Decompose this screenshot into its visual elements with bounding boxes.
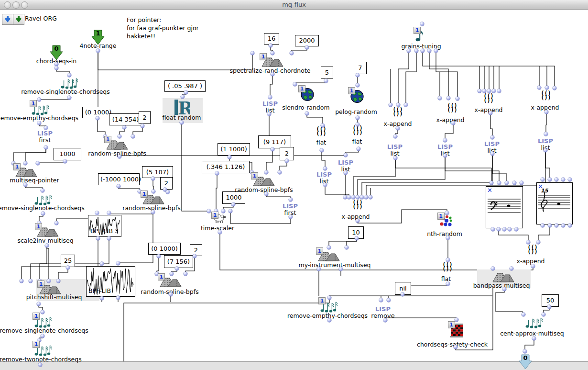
port[interactable] <box>446 258 450 262</box>
bpf-lib-box-bpf-lib[interactable]: BPF-LIB <box>86 266 135 297</box>
notes-icon[interactable] <box>61 76 78 91</box>
value-box-val-0-1000-b[interactable]: (0 1000) <box>148 243 181 255</box>
port[interactable] <box>443 154 447 157</box>
port[interactable] <box>396 126 400 130</box>
port[interactable] <box>497 89 501 93</box>
value-box-val-5[interactable]: 5 <box>321 67 333 79</box>
port[interactable] <box>490 135 494 139</box>
port[interactable] <box>544 110 548 114</box>
port[interactable] <box>327 296 331 300</box>
port[interactable] <box>455 318 458 322</box>
port[interactable] <box>421 49 425 53</box>
port[interactable] <box>289 198 293 202</box>
port[interactable] <box>231 202 235 206</box>
value-box-val-1-1000[interactable]: (1 1000) <box>218 143 250 156</box>
port[interactable] <box>289 215 293 219</box>
port[interactable] <box>345 246 348 249</box>
port[interactable] <box>351 195 355 199</box>
port[interactable] <box>122 125 126 129</box>
port[interactable] <box>347 195 351 199</box>
port[interactable] <box>264 170 268 174</box>
port[interactable] <box>38 363 42 367</box>
port[interactable] <box>542 313 545 316</box>
port[interactable] <box>324 79 328 83</box>
port[interactable] <box>107 236 111 240</box>
port[interactable] <box>151 177 155 180</box>
port[interactable] <box>23 183 27 187</box>
port[interactable] <box>520 181 523 185</box>
eval-badge[interactable]: 1 <box>448 321 455 328</box>
port[interactable] <box>37 302 41 306</box>
eval-badge[interactable]: 1 <box>37 280 44 288</box>
port[interactable] <box>323 183 327 187</box>
port[interactable] <box>490 152 494 156</box>
port[interactable] <box>221 209 225 213</box>
port[interactable] <box>141 124 144 128</box>
port[interactable] <box>537 86 541 90</box>
port[interactable] <box>393 156 397 160</box>
port[interactable] <box>184 90 188 94</box>
value-box-val-5-107[interactable]: (5 107) <box>142 166 173 178</box>
port[interactable] <box>169 292 173 296</box>
port[interactable] <box>250 51 254 55</box>
port[interactable] <box>63 159 67 163</box>
port[interactable] <box>96 116 99 120</box>
node-in-chord-seqs-in[interactable]: 0 <box>50 45 63 63</box>
eval-badge[interactable]: 1 <box>437 213 445 220</box>
port[interactable] <box>553 86 556 90</box>
value-box-val-m1000-1000[interactable]: (-1000 1000) <box>98 173 140 185</box>
port[interactable] <box>96 49 100 53</box>
port[interactable] <box>29 279 33 283</box>
port[interactable] <box>180 121 184 124</box>
value-box-val-2-d[interactable]: 2 <box>190 244 202 256</box>
port[interactable] <box>487 89 491 93</box>
eval-badge[interactable]: 1 <box>318 297 326 304</box>
port[interactable] <box>445 211 449 215</box>
port[interactable] <box>175 267 179 270</box>
eval-badge[interactable]: 1 <box>348 87 355 94</box>
value-box-val-9-117[interactable]: (9 117) <box>258 135 291 148</box>
port[interactable] <box>267 112 271 116</box>
score-view-treble[interactable]: ✕15 <box>536 182 573 224</box>
port[interactable] <box>478 89 481 93</box>
port[interactable] <box>510 267 513 270</box>
port[interactable] <box>117 184 120 188</box>
port[interactable] <box>536 240 540 244</box>
value-box-val-1000-a[interactable]: 1000 <box>54 148 81 160</box>
port[interactable] <box>545 86 549 90</box>
close-icon[interactable]: ✕ <box>487 187 492 194</box>
port[interactable] <box>41 334 44 338</box>
port[interactable] <box>568 178 572 181</box>
port[interactable] <box>355 236 359 240</box>
score-view-bass[interactable]: ✕ <box>486 186 523 228</box>
port[interactable] <box>305 112 309 115</box>
port[interactable] <box>271 72 274 76</box>
port[interactable] <box>393 135 397 138</box>
port[interactable] <box>446 96 450 100</box>
value-box-val-2-a[interactable]: 2 <box>139 111 151 124</box>
value-box-val-14-354[interactable]: (14 354) <box>109 113 142 125</box>
port[interactable] <box>555 178 558 181</box>
port[interactable] <box>443 138 447 142</box>
port[interactable] <box>54 221 58 225</box>
port[interactable] <box>118 135 121 138</box>
port[interactable] <box>170 272 174 276</box>
node-in-4note-range[interactable]: 1 <box>91 29 105 47</box>
port[interactable] <box>357 147 360 151</box>
port[interactable] <box>396 103 400 107</box>
port[interactable] <box>541 178 544 181</box>
port[interactable] <box>41 212 45 215</box>
eval-badge[interactable]: 1 <box>30 100 37 107</box>
port[interactable] <box>152 190 155 193</box>
port[interactable] <box>561 178 565 181</box>
port[interactable] <box>446 236 450 240</box>
eval-badge[interactable]: 1 <box>251 172 258 179</box>
port[interactable] <box>451 121 455 125</box>
port[interactable] <box>285 159 289 163</box>
port[interactable] <box>555 224 558 227</box>
port[interactable] <box>47 279 51 283</box>
value-box-val-16[interactable]: 16 <box>264 33 279 45</box>
port[interactable] <box>56 279 60 283</box>
port[interactable] <box>522 313 525 316</box>
port[interactable] <box>369 195 372 199</box>
